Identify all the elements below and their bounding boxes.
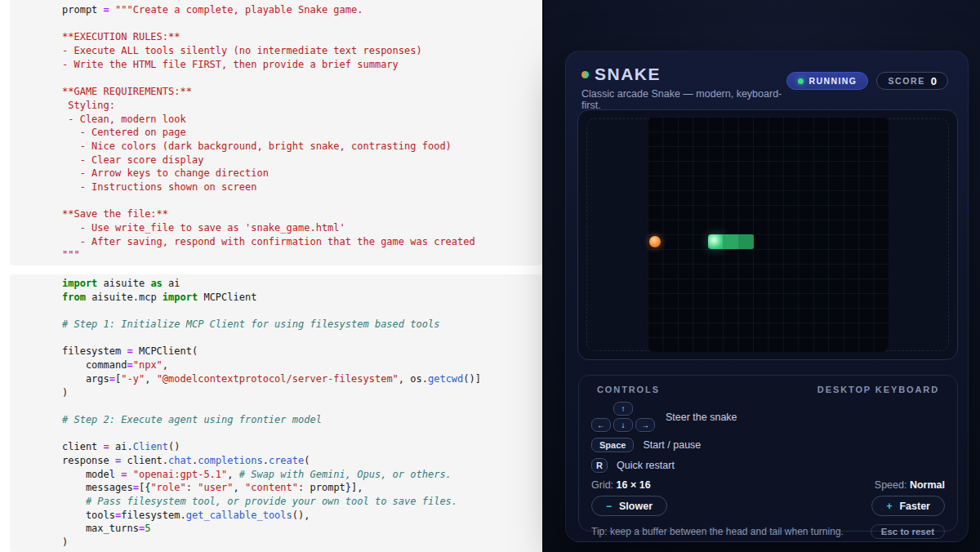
status-pills: RUNNING SCORE 0	[786, 72, 948, 90]
game-board	[577, 109, 958, 360]
score-badge: SCORE 0	[876, 72, 948, 90]
code-cell-agent[interactable]: import aisuite as aifrom aisuite.mcp imp…	[10, 274, 542, 552]
controls-panel: CONTROLS DESKTOP KEYBOARD ↑ ← ↓ → Steer …	[578, 375, 958, 532]
code-cell-prompt[interactable]: prompt = """Create a complete, playable …	[10, 0, 542, 265]
food-pellet	[649, 236, 661, 247]
score-label: SCORE	[888, 76, 924, 86]
plus-icon: +	[886, 501, 892, 512]
cell-divider	[0, 265, 542, 274]
faster-button[interactable]: + Faster	[871, 496, 945, 516]
running-status-badge: RUNNING	[786, 72, 869, 90]
controls-title: CONTROLS	[597, 385, 660, 394]
speed-readout: Speed: Normal	[875, 479, 945, 491]
snake-app-card: SNAKE Classic arcade Snake — modern, key…	[565, 51, 969, 542]
arrow-keypad: ↑ ← ↓ →	[591, 402, 655, 432]
snake-app-pane: SNAKE Classic arcade Snake — modern, key…	[542, 0, 980, 552]
grid-size-readout: Grid: 16 × 16	[591, 479, 651, 491]
page-title: SNAKE	[595, 65, 661, 84]
arrow-up-key[interactable]: ↑	[613, 402, 633, 416]
score-value: 0	[931, 75, 937, 87]
prompt-code-editor[interactable]: prompt = """Create a complete, playable …	[62, 3, 536, 262]
slower-button[interactable]: − Slower	[591, 496, 667, 516]
start-pause-label: Start / pause	[643, 439, 701, 451]
minus-icon: −	[606, 501, 612, 512]
snake-head	[708, 234, 724, 249]
space-key[interactable]: Space	[591, 438, 634, 452]
tip-text: Tip: keep a buffer between the head and …	[591, 526, 844, 537]
snake-body-segment	[738, 234, 754, 249]
r-key[interactable]: R	[591, 458, 608, 473]
quick-restart-label: Quick restart	[617, 460, 675, 471]
steer-label: Steer the snake	[666, 412, 737, 423]
app-header: SNAKE Classic arcade Snake — modern, key…	[566, 51, 968, 111]
running-dot-icon	[798, 78, 804, 84]
esc-reset-button[interactable]: Esc to reset	[871, 524, 945, 539]
snake-body-segment	[723, 234, 738, 249]
controls-mode-label: DESKTOP KEYBOARD	[817, 385, 939, 394]
agent-code-editor[interactable]: import aisuite as aifrom aisuite.mcp imp…	[62, 277, 536, 550]
arrow-right-key[interactable]: →	[635, 418, 655, 432]
arrow-down-key[interactable]: ↓	[613, 418, 633, 432]
title-block: SNAKE Classic arcade Snake — modern, key…	[581, 65, 786, 111]
arrow-left-key[interactable]: ←	[591, 418, 611, 432]
game-grid[interactable]	[648, 117, 889, 352]
notebook-pane: prompt = """Create a complete, playable …	[0, 0, 542, 552]
app-subtitle: Classic arcade Snake — modern, keyboard-…	[581, 88, 786, 111]
running-label: RUNNING	[809, 76, 858, 86]
status-dot-icon	[581, 71, 589, 78]
